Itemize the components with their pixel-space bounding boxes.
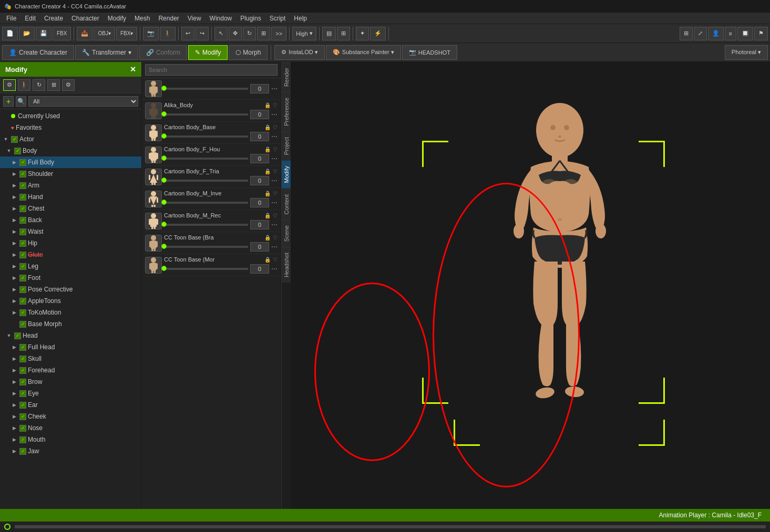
side-tab-scene[interactable]: Scene [282, 220, 291, 247]
fbx-btn[interactable]: FBX▾ [116, 27, 137, 40]
tree-favorites[interactable]: ♥ Favorites [0, 122, 141, 133]
morph-lock-icon[interactable]: 🔒 [264, 102, 271, 108]
morph-favorite-icon[interactable]: ♡ [273, 147, 278, 152]
more-btn[interactable]: >> [271, 27, 286, 40]
undo-btn[interactable]: ↩ [181, 27, 194, 40]
tree-full-body[interactable]: ▶ ✓ Full Body [0, 157, 141, 168]
morph-lock-icon[interactable]: 🔒 [264, 147, 271, 152]
checkbox-glute[interactable]: ✓ [19, 252, 26, 258]
tree-leg[interactable]: ▶ ✓ Leg [0, 260, 141, 272]
view-btn4[interactable]: ≡ [725, 27, 736, 40]
tab-conform[interactable]: 🔗 Conform [139, 45, 187, 60]
render-btn2[interactable]: ⊞ [337, 27, 350, 40]
morph-lock-icon[interactable]: 🔒 [264, 257, 271, 263]
morph-value[interactable]: 0 [250, 132, 269, 141]
morph-slider[interactable] [164, 246, 248, 248]
morph-value[interactable]: 0 [250, 154, 269, 163]
open-btn[interactable]: 📂 [19, 27, 35, 40]
checkbox-full-body[interactable]: ✓ [19, 159, 26, 166]
tree-actor[interactable]: ▼ ✓ Actor [0, 133, 141, 145]
viewport[interactable] [291, 62, 770, 509]
checkbox-foot[interactable]: ✓ [19, 275, 26, 281]
tree-ear[interactable]: ▶ ✓ Ear [0, 399, 141, 411]
motion-btn[interactable]: ⚡ [370, 27, 386, 40]
tree-hand[interactable]: ▶ ✓ Hand [0, 191, 141, 203]
tab-modify[interactable]: ✎ Modify [188, 45, 228, 60]
checkbox-leg[interactable]: ✓ [19, 263, 26, 270]
tree-eye[interactable]: ▶ ✓ Eye [0, 388, 141, 399]
morph-slider[interactable] [164, 180, 248, 182]
morph-lock-icon[interactable]: 🔒 [264, 169, 271, 174]
side-tab-content[interactable]: Content [282, 189, 291, 220]
menu-create[interactable]: Create [40, 14, 67, 23]
checkbox-shoulder[interactable]: ✓ [19, 171, 26, 178]
export-fbx-btn[interactable]: FBX [53, 27, 71, 40]
tree-arm[interactable]: ▶ ✓ Arm [0, 180, 141, 191]
menu-render[interactable]: Render [154, 14, 183, 23]
filter-add-btn[interactable]: + [3, 96, 14, 107]
morph-value[interactable]: 0 [250, 220, 269, 230]
checkbox-brow[interactable]: ✓ [19, 379, 26, 385]
cam-btn[interactable]: 📷 [143, 27, 159, 40]
checkbox-mouth[interactable]: ✓ [19, 436, 26, 443]
morph-options-btn[interactable]: ⋯ [271, 265, 278, 273]
morph-favorite-icon[interactable]: ♡ [273, 191, 278, 196]
new-btn[interactable]: 📄 [2, 27, 18, 40]
morph-value[interactable]: 0 [250, 264, 269, 274]
morph-value[interactable]: 0 [250, 84, 269, 93]
checkbox-head[interactable]: ✓ [14, 332, 21, 339]
menu-window[interactable]: Window [206, 14, 237, 23]
checkbox-jaw[interactable]: ✓ [19, 448, 26, 455]
checkbox-waist[interactable]: ✓ [19, 228, 26, 235]
morph-favorite-icon[interactable]: ♡ [273, 213, 278, 218]
checkbox-arm[interactable]: ✓ [19, 182, 26, 189]
morph-options-btn[interactable]: ⋯ [271, 243, 278, 251]
tree-glute[interactable]: ▶ ✓ Glute [0, 249, 141, 260]
morph-value[interactable]: 0 [250, 110, 269, 119]
checkbox-chest[interactable]: ✓ [19, 205, 26, 212]
morph-slider[interactable] [164, 158, 248, 160]
tree-skull[interactable]: ▶ ✓ Skull [0, 353, 141, 364]
menu-help[interactable]: Help [290, 14, 311, 23]
render-btn1[interactable]: ▤ [322, 27, 336, 40]
tree-cheek[interactable]: ▶ ✓ Cheek [0, 411, 141, 422]
tab-instalod[interactable]: ⚙ InstaLOD ▾ [274, 45, 325, 60]
morph-lock-icon[interactable]: 🔒 [264, 213, 271, 218]
checkbox-base-morph[interactable]: ✓ [19, 321, 26, 328]
checkbox-hand[interactable]: ✓ [19, 194, 26, 201]
tree-hip[interactable]: ▶ ✓ Hip [0, 237, 141, 249]
tab-morph[interactable]: ⬡ Morph [229, 45, 268, 60]
checkbox-pose-corrective[interactable]: ✓ [19, 286, 26, 293]
morph-value[interactable]: 0 [250, 242, 269, 252]
flag-btn[interactable]: ⚑ [754, 27, 768, 40]
morph-options-btn[interactable]: ⋯ [271, 85, 278, 92]
menu-character[interactable]: Character [67, 14, 104, 23]
menu-mesh[interactable]: Mesh [130, 14, 154, 23]
checkbox-ear[interactable]: ✓ [19, 402, 26, 409]
tree-pose-corrective[interactable]: ▶ ✓ Pose Corrective [0, 284, 141, 295]
scale-btn[interactable]: ⊞ [257, 27, 270, 40]
view-btn3[interactable]: 👤 [708, 27, 724, 40]
tree-currently-used[interactable]: Currently Used [0, 110, 141, 122]
tree-nose[interactable]: ▶ ✓ Nose [0, 422, 141, 434]
checkbox-skull[interactable]: ✓ [19, 356, 26, 362]
checkbox-nose[interactable]: ✓ [19, 425, 26, 432]
morph-slider[interactable] [164, 135, 248, 138]
morph-slider[interactable] [164, 268, 248, 270]
morph-favorite-icon[interactable]: ♡ [273, 257, 278, 263]
checkbox-tokomotion[interactable]: ✓ [19, 309, 26, 316]
view-btn1[interactable]: ⊞ [680, 27, 693, 40]
tab-headshot[interactable]: 📷 HEADSHOT [402, 45, 457, 60]
quality-dropdown[interactable]: High ▾ [292, 27, 316, 40]
morph-value[interactable]: 0 [250, 176, 269, 185]
menu-view[interactable]: View [183, 14, 206, 23]
side-tab-preference[interactable]: Preference [282, 92, 291, 131]
morph-options-btn[interactable]: ⋯ [271, 133, 278, 140]
checkbox-actor[interactable]: ✓ [11, 136, 18, 143]
morph-value[interactable]: 0 [250, 198, 269, 207]
view-btn2[interactable]: ⤢ [694, 27, 707, 40]
checkbox-appletoons[interactable]: ✓ [19, 298, 26, 305]
tree-base-morph[interactable]: ✓ Base Morph [0, 318, 141, 330]
morph-lock-icon[interactable]: 🔒 [264, 124, 271, 130]
save-btn[interactable]: 💾 [36, 27, 52, 40]
